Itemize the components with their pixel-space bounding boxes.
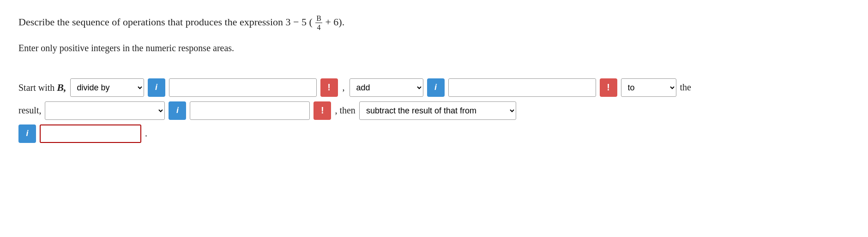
the-label: the: [680, 82, 691, 93]
info-icon-1: i: [155, 83, 157, 92]
fraction-display: B 4: [315, 14, 322, 32]
info-button-1[interactable]: i: [148, 78, 165, 97]
bold-b-label: B,: [57, 82, 66, 93]
numeric-input-1[interactable]: [169, 78, 317, 97]
row-2: result, divide by multiply by add subtra…: [18, 101, 850, 120]
question-text: Describe the sequence of operations that…: [18, 14, 850, 32]
exclaim-icon-3: !: [321, 105, 324, 116]
info-icon-2: i: [434, 83, 437, 92]
exclaim-button-3[interactable]: !: [313, 101, 331, 120]
operation-dropdown-3[interactable]: divide by multiply by add subtract: [45, 101, 165, 120]
operation-dropdown-1[interactable]: divide by multiply by add subtract: [70, 78, 144, 97]
fraction-denominator: 4: [316, 23, 322, 32]
result-label: result,: [18, 105, 41, 116]
info-button-3[interactable]: i: [169, 101, 186, 120]
info-button-4[interactable]: i: [18, 124, 36, 143]
question-text-after: + 6).: [325, 16, 344, 28]
fraction: B 4: [313, 16, 326, 28]
start-label: Start with B,: [18, 82, 66, 94]
comma-1: ,: [343, 82, 345, 93]
subtract-result-dropdown[interactable]: subtract the result of that from add the…: [359, 101, 516, 120]
period: .: [145, 128, 147, 139]
row-1: Start with B, divide by multiply by add …: [18, 78, 850, 97]
question-text-before: Describe the sequence of operations that…: [18, 16, 313, 28]
exclaim-icon-1: !: [327, 82, 331, 93]
info-button-2[interactable]: i: [427, 78, 445, 97]
to-from-dropdown[interactable]: to from: [621, 78, 676, 97]
info-icon-4: i: [26, 129, 28, 138]
answer-rows: Start with B, divide by multiply by add …: [18, 78, 850, 143]
then-label: , then: [335, 105, 355, 116]
numeric-input-3[interactable]: [190, 101, 310, 120]
row-3: i .: [18, 124, 850, 143]
operation-dropdown-2[interactable]: add subtract multiply by divide by: [350, 78, 423, 97]
exclaim-icon-2: !: [607, 82, 610, 93]
instruction-text: Enter only positive integers in the nume…: [18, 41, 850, 55]
info-icon-3: i: [176, 106, 179, 115]
fraction-numerator: B: [315, 14, 322, 23]
numeric-input-2[interactable]: [448, 78, 596, 97]
exclaim-button-1[interactable]: !: [320, 78, 338, 97]
numeric-input-4[interactable]: [40, 124, 141, 143]
exclaim-button-2[interactable]: !: [600, 78, 617, 97]
